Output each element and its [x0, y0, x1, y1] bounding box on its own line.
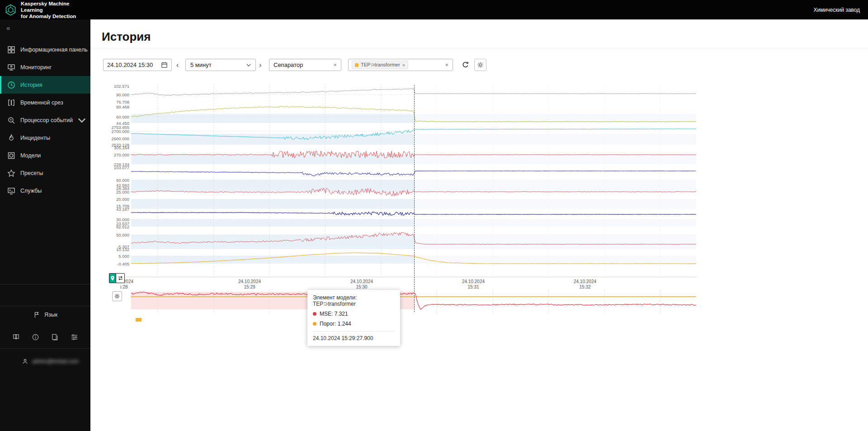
y-axis-tick: 25.000 [101, 189, 129, 194]
sidebar-item-event-processor[interactable]: Процессор событий [0, 111, 90, 129]
y-axis-tick: -5.307 [101, 244, 129, 249]
tag-filter-clear-button[interactable]: × [333, 62, 337, 68]
sidebar-item-models[interactable]: Модели [0, 147, 90, 164]
interval-select[interactable]: 5 минут [185, 59, 256, 71]
datetime-picker[interactable]: 24.10.2024 15:30 [103, 59, 172, 71]
y-axis-tick: 80.468 [101, 104, 129, 109]
user-account[interactable]: admin@kmlad.com [0, 354, 90, 369]
top-bar: Kaspersky Machine Learning for Anomaly D… [0, 0, 868, 19]
calendar-icon [161, 62, 168, 68]
incidents-flame-icon [7, 134, 15, 142]
help-book-icon[interactable] [12, 333, 20, 341]
sidebar-item-label: Модели [20, 152, 41, 159]
model-chip-remove-button[interactable]: × [402, 62, 405, 68]
x-axis-tick: 24.10.202415:32 [565, 279, 605, 290]
sidebar-item-time-slice[interactable]: Временной срез [0, 94, 90, 111]
refresh-icon [462, 61, 469, 69]
sidebar-item-label: Службы [20, 188, 42, 194]
gear-icon [477, 62, 484, 68]
x-axis-tick: 24.10.202415:30 [341, 279, 382, 290]
interval-value: 5 минут [190, 62, 212, 68]
mse-dot-icon [313, 312, 316, 316]
org-selector[interactable]: Химический завод [814, 0, 860, 19]
sidebar-item-presets[interactable]: Пресеты [0, 164, 90, 182]
tag-filter[interactable]: Сепаратор × [269, 59, 341, 71]
settings-sliders-icon[interactable] [71, 333, 78, 341]
gear-icon [114, 293, 120, 299]
mse-chart[interactable] [131, 289, 696, 314]
y-axis-tick: 5.000 [101, 254, 129, 259]
chart-settings-button[interactable] [474, 59, 486, 71]
monitoring-icon [7, 63, 15, 71]
sidebar-item-label: Временной срез [20, 99, 63, 106]
y-axis-tick: 30.000 [101, 217, 129, 222]
y-axis-tick: 2600.000 [101, 136, 129, 141]
info-icon[interactable] [32, 333, 39, 341]
y-axis-tick: 102.571 [101, 84, 129, 89]
model-color-swatch [355, 63, 359, 67]
sidebar-item-label: Пресеты [20, 170, 43, 176]
swap-axes-button[interactable] [116, 273, 125, 283]
language-flag-icon [33, 311, 40, 318]
prev-interval-button[interactable]: ‹ [176, 59, 179, 71]
event-processor-icon [7, 116, 15, 124]
app-logo-area: Kaspersky Machine Learning for Anomaly D… [0, 0, 90, 19]
page-title: История [102, 30, 151, 44]
sidebar-divider [0, 284, 90, 284]
history-clock-icon [7, 81, 15, 89]
sidebar-item-incidents[interactable]: Инциденты [0, 129, 90, 147]
time-slice-icon [7, 99, 15, 107]
model-chip[interactable]: TEP⊃transformer × [352, 61, 408, 69]
y-axis-tick: 228.134 [101, 162, 129, 167]
pin-icon [110, 275, 115, 281]
pin-mode-button[interactable] [109, 273, 116, 283]
language-label: Язык [44, 312, 57, 318]
sidebar-item-services[interactable]: Службы [0, 182, 90, 199]
language-selector[interactable]: Язык [0, 305, 90, 325]
sidebar-footer-icons [0, 330, 90, 344]
y-axis-tick: 2753.955 [101, 125, 129, 130]
dashboard-icon [7, 46, 15, 54]
y-axis-tick: 270.000 [101, 152, 129, 157]
y-axis-tick: 15.709 [101, 204, 129, 208]
sidebar-item-dashboard[interactable]: Информационная панель [0, 41, 90, 58]
y-axis-tick: 10.132 [101, 247, 129, 252]
y-axis-tick: 2533.128 [101, 142, 129, 147]
x-axis-line [120, 277, 696, 277]
x-axis-tick: 24.10.202415:29 [229, 279, 270, 290]
kaspersky-logo [5, 4, 17, 16]
y-axis-tick: 82.912 [101, 224, 129, 229]
model-filter[interactable]: TEP⊃transformer × × [348, 59, 453, 71]
y-axis-tick: 44.450 [101, 121, 129, 126]
tooltip-mse: MSE: 7.321 [320, 311, 348, 317]
tooltip-threshold: Порог: 1.244 [320, 321, 351, 327]
datetime-value: 24.10.2024 15:30 [107, 62, 153, 68]
tooltip-title: Элемент модели: TEP⊃transformer [313, 294, 395, 307]
chevron-down-icon [246, 64, 251, 66]
y-axis-tick: 28.384 [101, 186, 129, 191]
history-chart[interactable] [131, 84, 696, 276]
sidebar-item-monitoring[interactable]: Мониторинг [0, 58, 90, 76]
y-axis-tick: 76.708 [101, 99, 129, 104]
sidebar-item-label: Инциденты [20, 135, 50, 141]
y-axis-tick: 60.000 [101, 114, 129, 119]
y-axis-tick: 305.164 [101, 145, 129, 150]
model-chip-label: TEP⊃transformer [361, 62, 400, 68]
sidebar-collapse-button[interactable]: « [6, 24, 9, 32]
tag-filter-value: Сепаратор [274, 62, 303, 68]
y-axis-tick: 23.537 [101, 221, 129, 226]
user-email: admin@kmlad.com [32, 358, 79, 365]
chart-tooltip: Элемент модели: TEP⊃transformer MSE: 7.3… [307, 290, 400, 346]
mse-settings-button[interactable] [112, 291, 122, 301]
legend-model-swatch[interactable] [136, 318, 142, 322]
sidebar-item-history[interactable]: История [0, 76, 90, 94]
next-interval-button[interactable]: › [259, 59, 261, 71]
sidebar-item-label: Процессор событий [20, 117, 73, 123]
y-axis-tick: 50.000 [101, 232, 129, 237]
reports-icon[interactable] [51, 333, 59, 341]
models-icon [7, 152, 15, 160]
refresh-button[interactable] [459, 59, 472, 71]
sidebar-divider [0, 348, 90, 349]
model-filter-clear-button[interactable]: × [445, 62, 453, 68]
y-axis-tick: 60.000 [101, 178, 129, 183]
